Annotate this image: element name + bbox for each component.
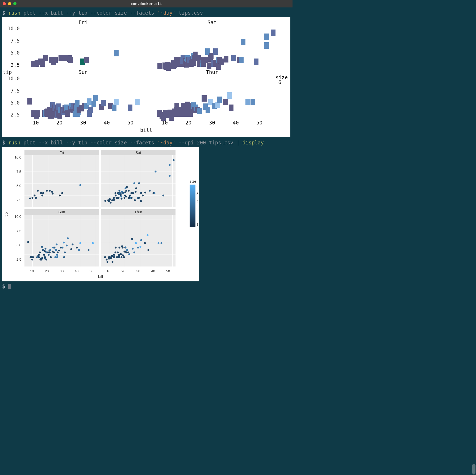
data-point xyxy=(173,159,174,161)
data-point xyxy=(140,192,142,194)
data-cell xyxy=(203,57,208,63)
data-point xyxy=(160,242,162,244)
cmd-file: tips.csv xyxy=(179,10,203,16)
data-point xyxy=(135,191,137,193)
y-axis-ticks-top: 10.0 7.5 5.0 2.5 xyxy=(5,26,21,68)
x-axis-ticks-right: 1020304050 xyxy=(150,120,274,126)
command-line-3[interactable]: $ xyxy=(2,283,290,290)
data-cell xyxy=(271,30,275,36)
data-point xyxy=(147,249,149,251)
minimize-icon[interactable] xyxy=(8,2,11,5)
data-point xyxy=(76,247,78,249)
data-point xyxy=(115,247,116,249)
data-point xyxy=(52,193,54,194)
data-cell xyxy=(88,107,93,113)
data-point xyxy=(49,190,51,192)
data-point xyxy=(31,259,33,260)
data-point xyxy=(114,256,115,258)
cmd-string: '~day' xyxy=(157,10,176,16)
gg-x-ticks-left: 1020304050 xyxy=(24,269,99,273)
gg-x-ticks-right: 1020304050 xyxy=(101,269,176,273)
prompt: $ xyxy=(2,10,5,16)
close-icon[interactable] xyxy=(3,2,6,5)
data-point xyxy=(38,256,40,258)
data-point xyxy=(67,238,69,239)
data-point xyxy=(117,252,119,253)
data-point xyxy=(122,254,124,256)
facet-panel-fri xyxy=(21,26,145,68)
gg-legend: size 123456 xyxy=(190,179,196,227)
data-point xyxy=(43,254,45,256)
data-point xyxy=(118,256,120,258)
data-point xyxy=(135,242,137,244)
data-cell xyxy=(239,57,244,63)
data-point xyxy=(126,249,128,251)
gg-panel-sat xyxy=(101,155,176,207)
facet-title-sat: Sat xyxy=(150,19,274,26)
cursor-icon xyxy=(8,284,11,289)
data-point xyxy=(125,246,127,248)
data-point xyxy=(29,197,31,199)
data-point xyxy=(169,164,170,166)
data-cell xyxy=(213,48,218,55)
data-point xyxy=(162,195,164,197)
gg-y-ticks-top: 10.07.55.02.5 xyxy=(10,150,22,207)
data-point xyxy=(104,256,106,258)
facet-panel-thur xyxy=(150,76,274,118)
data-point xyxy=(56,254,58,256)
data-cell xyxy=(227,92,232,99)
data-point xyxy=(57,252,59,253)
data-point xyxy=(128,197,130,199)
gg-xlabel: bill xyxy=(5,274,196,279)
data-cell xyxy=(128,105,132,111)
gg-strip-sun: Sun xyxy=(24,209,99,215)
data-point xyxy=(92,242,94,244)
cmd-name: rush xyxy=(8,10,20,16)
gg-strip-thur: Thur xyxy=(101,209,176,215)
data-cell xyxy=(93,95,98,101)
data-point xyxy=(119,247,120,249)
data-point xyxy=(45,259,47,260)
data-point xyxy=(41,257,43,259)
data-cell xyxy=(114,99,119,105)
data-cell xyxy=(27,98,32,105)
data-point xyxy=(43,192,44,194)
ascii-plot: tip size 6 Fri Sat 10.0 7.5 5.0 2.5 xyxy=(2,17,290,137)
x-axis-ticks-left: 1020304050 xyxy=(21,120,145,126)
data-point xyxy=(131,197,132,199)
data-point xyxy=(39,252,41,253)
data-point xyxy=(123,197,125,199)
terminal[interactable]: $ rush plot --x bill --y tip --color siz… xyxy=(0,7,293,293)
data-point xyxy=(133,252,135,253)
window-title: com.docker.cli xyxy=(131,2,162,6)
data-point xyxy=(63,241,65,243)
gg-y-ticks-bot: 10.07.55.02.5 xyxy=(10,209,22,266)
data-point xyxy=(114,252,116,253)
data-cell xyxy=(84,57,89,63)
maximize-icon[interactable] xyxy=(13,2,16,5)
data-point xyxy=(128,253,130,255)
data-point xyxy=(58,250,60,252)
facet-panel-sun xyxy=(21,76,145,118)
data-point xyxy=(147,234,148,236)
data-cell xyxy=(264,42,269,49)
gg-ylabel: tip xyxy=(4,212,9,216)
data-point xyxy=(144,242,146,244)
data-cell xyxy=(53,57,58,63)
data-point xyxy=(138,182,140,184)
data-point xyxy=(120,195,122,197)
gg-panel-sun xyxy=(24,215,99,266)
data-point xyxy=(32,197,34,199)
data-point xyxy=(113,254,115,256)
data-point xyxy=(132,192,134,194)
data-point xyxy=(120,253,122,255)
data-point xyxy=(123,256,125,258)
data-point xyxy=(54,247,56,249)
data-point xyxy=(118,190,120,192)
data-point xyxy=(140,200,142,202)
data-point xyxy=(44,256,46,258)
data-point xyxy=(49,249,51,251)
y-axis-title: tip xyxy=(3,70,12,75)
data-point xyxy=(114,192,116,194)
data-point xyxy=(119,192,121,194)
